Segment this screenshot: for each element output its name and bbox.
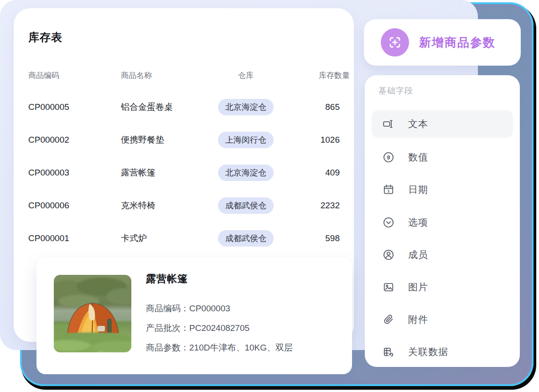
field-label: 产品批次：: [146, 323, 189, 333]
cell-name: 铝合金蛋卷桌: [121, 101, 213, 113]
member-icon: [383, 249, 394, 261]
warehouse-tag: 北京海淀仓: [218, 165, 274, 181]
attachment-icon: [383, 314, 394, 325]
product-field-params: 商品参数：210D牛津布、10KG、双层: [146, 342, 293, 354]
field-item-label: 选项: [408, 216, 428, 229]
product-field-batch: 产品批次：PC2024082705: [146, 322, 249, 334]
cell-code: CP000006: [28, 201, 121, 211]
column-header-warehouse: 仓库: [213, 70, 279, 81]
cell-qty: 2232: [279, 201, 340, 211]
column-header-code: 商品编码: [28, 70, 121, 81]
table-row[interactable]: CP000003 露营帐篷 北京海淀仓 409: [28, 164, 340, 182]
field-item-label: 日期: [408, 183, 428, 196]
add-frame-icon: [381, 28, 409, 57]
table-header-row: 商品编码 商品名称 仓库 库存数量: [28, 66, 350, 84]
cell-name: 卡式炉: [121, 232, 213, 244]
field-item-label: 附件: [408, 313, 428, 326]
page-title: 库存表: [28, 30, 62, 45]
field-value: 210D牛津布、10KG、双层: [189, 343, 293, 352]
add-param-button[interactable]: 新增商品参数: [364, 19, 521, 66]
warehouse-tag: 上海闵行仓: [218, 132, 274, 148]
product-detail-card: 露营帐篷 商品编码：CP000003 产品批次：PC2024082705 商品参…: [36, 258, 352, 374]
field-label: 商品参数：: [146, 343, 189, 352]
table-row[interactable]: CP000001 卡式炉 成都武侯仓 598: [28, 229, 340, 248]
add-param-button-label: 新增商品参数: [419, 19, 496, 66]
field-item-date[interactable]: 1 日期: [372, 176, 513, 203]
warehouse-tag: 北京海淀仓: [218, 99, 274, 115]
warehouse-tag: 成都武侯仓: [218, 230, 274, 247]
product-title: 露营帐篷: [146, 272, 188, 286]
cell-qty: 865: [279, 102, 340, 112]
product-field-code: 商品编码：CP000003: [146, 303, 230, 315]
camping-tent-photo: [54, 275, 131, 352]
field-item-label: 图片: [408, 281, 428, 294]
calendar-icon: 1: [383, 184, 394, 196]
table-row[interactable]: CP000006 克米特椅 成都武侯仓 2232: [28, 196, 340, 215]
field-types-panel: 基础字段 文本 9 数值 1 日期: [365, 75, 520, 367]
svg-text:1: 1: [387, 189, 389, 193]
image-icon: [383, 281, 394, 293]
linked-data-icon: [383, 346, 394, 358]
field-item-option[interactable]: 选项: [372, 209, 513, 236]
cell-code: CP000003: [28, 168, 121, 178]
field-item-label: 数值: [408, 151, 428, 164]
table-row[interactable]: CP000005 铝合金蛋卷桌 北京海淀仓 865: [28, 98, 340, 116]
cell-name: 便携野餐垫: [121, 134, 213, 146]
number-icon: 9: [383, 151, 394, 163]
cell-qty: 409: [279, 168, 340, 178]
cell-qty: 1026: [279, 135, 340, 145]
field-label: 商品编码：: [146, 304, 189, 313]
field-item-label: 关联数据: [408, 346, 448, 358]
text-field-icon: [383, 118, 394, 130]
field-value: PC2024082705: [189, 323, 249, 333]
field-item-image[interactable]: 图片: [372, 273, 513, 301]
field-item-label: 文本: [408, 118, 428, 130]
cell-code: CP000005: [28, 102, 121, 112]
field-item-label: 成员: [408, 248, 428, 261]
product-photo: [54, 275, 131, 352]
cell-qty: 598: [279, 233, 340, 243]
option-chevron-icon: [383, 217, 394, 228]
field-item-number[interactable]: 9 数值: [372, 144, 513, 171]
svg-text:9: 9: [387, 155, 390, 161]
section-label: 基础字段: [378, 85, 413, 96]
field-value: CP000003: [189, 304, 230, 313]
field-item-member[interactable]: 成员: [372, 241, 513, 268]
column-header-name: 商品名称: [121, 70, 213, 81]
field-item-linked-data[interactable]: 关联数据: [372, 338, 513, 366]
table-row[interactable]: CP000002 便携野餐垫 上海闵行仓 1026: [28, 131, 340, 149]
field-item-attachment[interactable]: 附件: [372, 306, 513, 333]
field-item-text[interactable]: 文本: [372, 110, 513, 138]
cell-name: 克米特椅: [121, 200, 213, 211]
warehouse-tag: 成都武侯仓: [218, 197, 274, 214]
cell-code: CP000002: [28, 135, 121, 145]
cell-name: 露营帐篷: [121, 167, 213, 179]
column-header-qty: 库存数量: [279, 70, 350, 81]
cell-code: CP000001: [28, 233, 121, 243]
